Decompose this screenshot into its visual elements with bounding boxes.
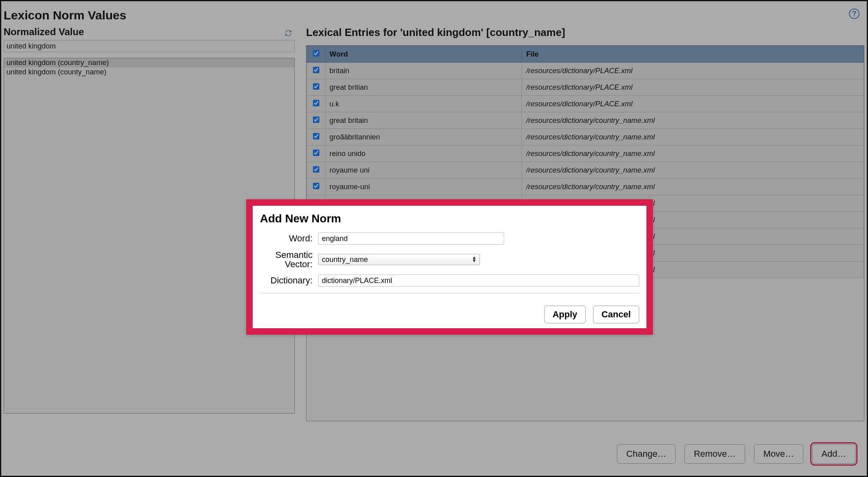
add-button[interactable]: Add… [812, 444, 855, 464]
apply-button[interactable]: Apply [544, 306, 586, 323]
dictionary-input[interactable] [318, 274, 639, 287]
word-cell: great britain [325, 112, 522, 129]
row-checkbox-cell[interactable] [307, 146, 325, 162]
file-cell: /resources/dictionary/PLACE.xml [522, 96, 864, 112]
table-row[interactable]: great britian/resources/dictionary/PLACE… [307, 79, 864, 96]
page-title: Lexicon Norm Values [1, 1, 867, 26]
row-checkbox[interactable] [313, 133, 319, 139]
column-header-file[interactable]: File [522, 46, 864, 63]
refresh-icon[interactable] [284, 29, 292, 37]
file-cell: /resources/dictionary/country_name.xml [522, 179, 864, 195]
word-cell: reino unido [325, 146, 522, 162]
row-checkbox-cell[interactable] [307, 112, 325, 129]
action-buttons: Change… Remove… Move… Add… [617, 444, 855, 464]
table-row[interactable]: groãäbritannien/resources/dictionary/cou… [307, 129, 864, 146]
move-button[interactable]: Move… [754, 444, 803, 464]
add-new-norm-modal: Add New Norm Word: Semantic Vector: ▲▼ D… [246, 199, 653, 335]
row-checkbox[interactable] [313, 166, 319, 173]
word-cell: britain [325, 63, 522, 79]
table-row[interactable]: reino unido/resources/dictionary/country… [307, 146, 864, 162]
row-checkbox-cell[interactable] [307, 162, 325, 179]
file-cell: /resources/dictionary/country_name.xml [522, 162, 864, 179]
row-checkbox[interactable] [313, 67, 319, 73]
table-row[interactable]: royaume uni/resources/dictionary/country… [307, 162, 864, 179]
table-row[interactable]: great britain/resources/dictionary/count… [307, 112, 864, 129]
row-checkbox-cell[interactable] [307, 96, 325, 112]
file-cell: /resources/dictionary/country_name.xml [522, 112, 864, 129]
row-checkbox-cell[interactable] [307, 179, 325, 195]
row-checkbox[interactable] [313, 116, 319, 123]
word-label: Word: [260, 233, 313, 244]
word-cell: royaume-uni [325, 179, 522, 195]
table-row[interactable]: u.k/resources/dictionary/PLACE.xml [307, 96, 864, 112]
row-checkbox[interactable] [313, 100, 319, 106]
normalized-value-heading: Normalized Value [4, 26, 84, 38]
row-checkbox[interactable] [313, 150, 319, 156]
semantic-vector-select[interactable] [318, 254, 480, 265]
file-cell: /resources/dictionary/country_name.xml [522, 129, 864, 146]
normalized-value-input[interactable] [4, 40, 295, 52]
select-all-checkbox[interactable] [313, 50, 319, 57]
word-cell: groãäbritannien [325, 129, 522, 146]
file-cell: /resources/dictionary/PLACE.xml [522, 79, 864, 96]
word-cell: royaume uni [325, 162, 522, 179]
modal-title: Add New Norm [260, 212, 639, 225]
semantic-vector-label: Semantic Vector: [260, 250, 313, 269]
dictionary-label: Dictionary: [260, 275, 313, 286]
list-item[interactable]: united kingdom (county_name) [4, 68, 294, 77]
lexical-entries-heading: Lexical Entries for 'united kingdom' [co… [306, 26, 864, 39]
cancel-button[interactable]: Cancel [593, 306, 639, 323]
help-icon[interactable]: ? [849, 8, 860, 19]
column-header-word[interactable]: Word [325, 46, 522, 63]
row-checkbox-cell[interactable] [307, 79, 325, 96]
row-checkbox-cell[interactable] [307, 63, 325, 79]
word-cell: u.k [325, 96, 522, 112]
select-all-header[interactable] [307, 46, 325, 63]
remove-button[interactable]: Remove… [684, 444, 745, 464]
row-checkbox-cell[interactable] [307, 129, 325, 146]
table-row[interactable]: britain/resources/dictionary/PLACE.xml [307, 63, 864, 79]
change-button[interactable]: Change… [617, 444, 676, 464]
row-checkbox[interactable] [313, 83, 319, 90]
file-cell: /resources/dictionary/country_name.xml [522, 146, 864, 162]
list-item[interactable]: united kingdom (country_name) [4, 58, 294, 68]
row-checkbox[interactable] [313, 183, 319, 189]
word-cell: great britian [325, 79, 522, 96]
table-row[interactable]: royaume-uni/resources/dictionary/country… [307, 179, 864, 195]
word-input[interactable] [318, 232, 504, 245]
file-cell: /resources/dictionary/PLACE.xml [522, 63, 864, 79]
